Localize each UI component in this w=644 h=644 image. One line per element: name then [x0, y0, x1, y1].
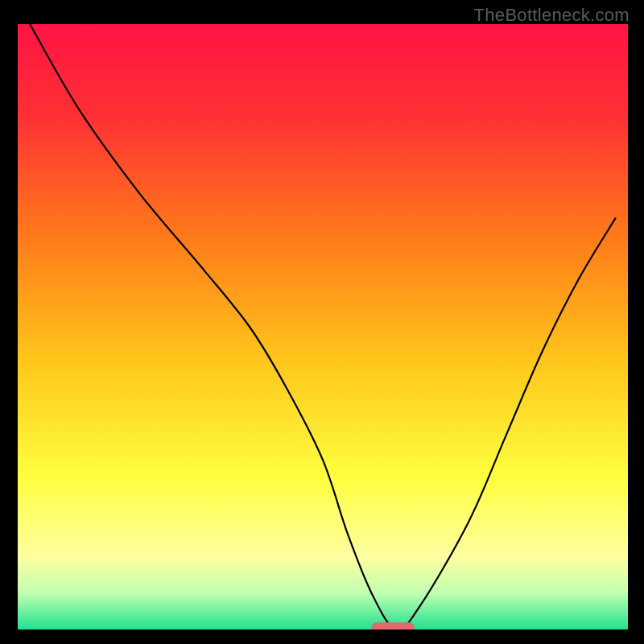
frame-left — [0, 0, 18, 644]
frame-bottom — [0, 630, 644, 644]
plot-area — [18, 24, 628, 630]
watermark-text: TheBottleneck.com — [474, 5, 630, 26]
bottleneck-chart — [0, 0, 644, 644]
chart-container: TheBottleneck.com — [0, 0, 644, 644]
